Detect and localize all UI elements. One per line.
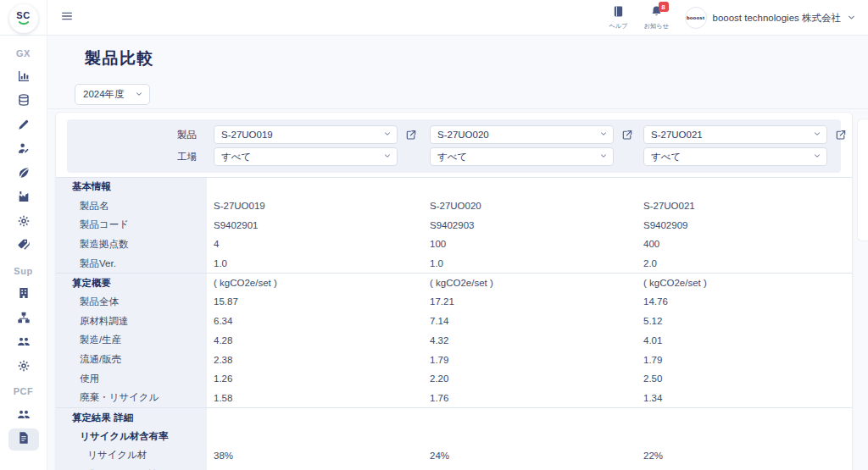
row-value: 1.0 [423, 254, 637, 274]
open-product-link-3[interactable] [835, 129, 847, 141]
sidebar-section-label: Sup [14, 266, 32, 276]
product-select-value: S-27UO021 [651, 130, 703, 140]
sidebar-item-document[interactable] [8, 429, 39, 451]
product-row-label: 製品 [67, 125, 207, 144]
row-value: 2.38 [207, 350, 423, 369]
row-value: 78% [637, 465, 852, 470]
pen-icon [17, 118, 31, 135]
sidebar: SC GXSupPCF [0, 0, 47, 470]
row-value: 100 [423, 235, 637, 254]
user-edit-icon [17, 141, 31, 158]
row-value: ( kgCO2e/set ) [423, 273, 637, 292]
factory-select-1[interactable]: すべて [214, 147, 398, 166]
row-label: 算定概要 [56, 273, 207, 292]
sidebar-item-users[interactable] [8, 332, 39, 354]
product-select-value: S-27UO020 [437, 130, 489, 140]
row-value: 1.58 [207, 389, 423, 408]
sidebar-item-factory[interactable] [8, 187, 39, 209]
row-value: 1.0 [207, 254, 423, 274]
sidebar-item-database[interactable] [8, 91, 39, 113]
sidebar-item-users[interactable] [8, 405, 39, 427]
chevron-down-icon [383, 130, 392, 140]
year-filter-select[interactable]: 2024年度 [75, 84, 150, 105]
users-icon [17, 335, 31, 351]
row-value: 14.76 [637, 292, 852, 312]
open-product-link-2[interactable] [621, 129, 633, 141]
sidebar-item-building[interactable] [8, 284, 39, 306]
row-value: 4 [207, 235, 423, 254]
row-value [637, 407, 852, 427]
sidebar-section-label: PCF [14, 386, 34, 396]
open-product-link-1[interactable] [405, 129, 417, 141]
row-label: 廃棄・リサイクル [56, 389, 207, 408]
row-label: 製造/生産 [56, 331, 207, 351]
external-link-icon [405, 129, 417, 143]
row-label: 製品全体 [56, 292, 207, 312]
row-value: 2.50 [637, 369, 852, 389]
product-select-2[interactable]: S-27UO020 [430, 125, 614, 144]
sidebar-item-tags[interactable] [8, 235, 39, 257]
factory-select-2[interactable]: すべて [430, 147, 614, 166]
row-label: 基本情報 [56, 177, 207, 196]
year-filter-value: 2024年度 [83, 88, 125, 101]
row-value: 2.20 [423, 369, 637, 389]
row-label: 流通/販売 [56, 350, 207, 369]
product-select-1[interactable]: S-27UO019 [214, 125, 398, 144]
database-icon [17, 93, 31, 110]
sidebar-nav: GXSupPCF [0, 36, 47, 452]
row-value: 1.26 [207, 369, 423, 389]
factory-select-value: すべて [221, 151, 251, 163]
row-label: リサイクル材含有率 [56, 427, 207, 446]
row-value: 4.01 [637, 331, 852, 351]
row-label: 使用 [56, 369, 207, 389]
row-value: 1.79 [423, 350, 637, 369]
external-link-icon [835, 129, 847, 143]
gear-icon [17, 214, 31, 231]
sidebar-item-gear[interactable] [8, 212, 39, 234]
sidebar-item-gear[interactable] [8, 357, 39, 379]
comparison-table-card: 製品S-27UO019S-27UO020S-27UO021工場すべてすべてすべて… [55, 112, 853, 470]
logo-text: SC [16, 11, 30, 20]
factory-row-label: 工場 [67, 147, 207, 166]
row-value: 22% [637, 446, 852, 466]
menu-toggle-button[interactable] [58, 8, 76, 27]
org-menu-button[interactable]: booost booost technologies 株式会社 [685, 7, 857, 29]
notification-count-badge: 8 [659, 2, 669, 12]
row-value [207, 407, 423, 427]
row-value: S-27UO019 [207, 196, 423, 216]
product-select-3[interactable]: S-27UO021 [643, 125, 827, 144]
product-selector-band: 製品S-27UO019S-27UO020S-27UO021工場すべてすべてすべて [67, 119, 841, 173]
sidebar-item-sitemap[interactable] [8, 308, 39, 330]
row-value [423, 407, 637, 427]
factory-icon [17, 190, 31, 207]
logo-area: SC [0, 0, 47, 36]
row-value [207, 177, 423, 196]
comparison-table: 基本情報製品名S-27UO019S-27UO020S-27UO021製品コードS… [56, 177, 852, 470]
row-label: リサイクル材 [56, 446, 207, 466]
sidebar-item-bar-chart[interactable] [8, 67, 39, 89]
app-logo[interactable]: SC [9, 4, 38, 33]
page-title: 製品比較 [85, 47, 868, 69]
notifications-button[interactable]: 8 お知らせ [643, 5, 670, 30]
row-value: 1.79 [637, 350, 852, 369]
topbar-right: ヘルプ 8 お知らせ booost booost technologies 株式… [605, 0, 857, 36]
document-icon [17, 431, 31, 448]
factory-select-3[interactable]: すべて [643, 147, 827, 166]
sidebar-item-user-edit[interactable] [8, 139, 39, 161]
row-value: 7.14 [423, 312, 637, 331]
chevron-down-icon [383, 152, 392, 162]
sidebar-item-leaf[interactable] [8, 163, 39, 185]
row-value: 24% [423, 446, 637, 466]
chevron-down-icon [847, 10, 856, 25]
row-value: 4.28 [207, 331, 423, 351]
org-name: booost technologies 株式会社 [713, 12, 842, 25]
help-button[interactable]: ヘルプ [605, 5, 632, 30]
row-value [207, 427, 423, 446]
row-value: 15.87 [207, 292, 423, 312]
factory-select-value: すべて [437, 151, 467, 163]
row-label: 非リサイクル材 [56, 465, 207, 470]
row-value: 1.34 [637, 389, 852, 408]
leaf-icon [17, 166, 31, 183]
sidebar-item-pen[interactable] [8, 115, 39, 137]
row-value: 1.76 [423, 389, 637, 408]
